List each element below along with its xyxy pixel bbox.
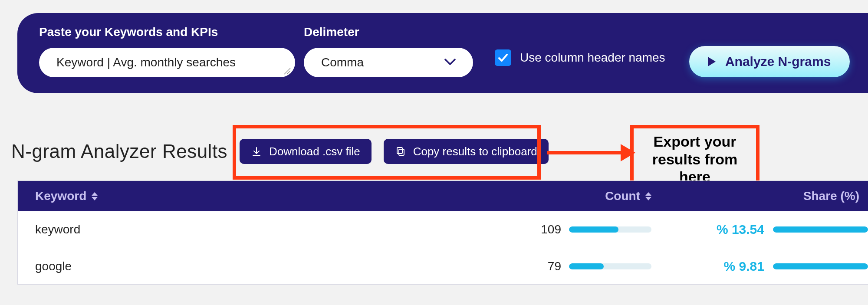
use-header-checkbox[interactable] — [495, 49, 511, 66]
use-header-label: Use column header names — [520, 51, 665, 65]
cell-keyword: keyword — [18, 223, 508, 236]
cell-share-pct: % 13.54 — [669, 222, 773, 237]
sort-icon — [645, 192, 651, 200]
keywords-column: Paste your Keywords and KPIs Keyword | A… — [39, 25, 295, 77]
table-row: google79% 9.81 — [18, 248, 868, 284]
analyze-button[interactable]: Analyze N-grams — [689, 46, 850, 77]
analyze-button-label: Analyze N-grams — [725, 54, 831, 69]
cell-keyword: google — [18, 259, 508, 273]
resize-handle-icon[interactable] — [283, 67, 291, 75]
keywords-input[interactable]: Keyword | Avg. monthly searches — [39, 48, 295, 77]
cell-count-bar — [569, 263, 669, 269]
annotation-arrow-icon — [547, 151, 634, 154]
col-header-count-label: Count — [605, 189, 640, 203]
play-icon — [708, 57, 716, 66]
input-panel: Paste your Keywords and KPIs Keyword | A… — [17, 13, 868, 93]
cell-share-bar — [773, 226, 868, 233]
delimeter-select[interactable]: Comma — [304, 48, 473, 77]
keywords-label: Paste your Keywords and KPIs — [39, 25, 295, 39]
cell-count-bar — [569, 226, 669, 233]
table-header-row: Keyword Count Share (%) — [18, 181, 868, 211]
col-header-keyword-label: Keyword — [35, 189, 86, 203]
sort-icon — [92, 192, 98, 200]
cell-count: 79 — [508, 259, 569, 273]
cell-count: 109 — [508, 223, 569, 236]
annotation-highlight-box — [233, 125, 541, 180]
col-header-share[interactable]: Share (%) — [669, 189, 868, 203]
cell-share-bar — [773, 263, 868, 269]
col-header-count[interactable]: Count — [508, 189, 669, 203]
keywords-input-value: Keyword | Avg. monthly searches — [56, 56, 236, 69]
cell-share-pct: % 9.81 — [669, 259, 773, 274]
table-row: keyword109% 13.54 — [18, 211, 868, 248]
col-header-keyword[interactable]: Keyword — [18, 189, 508, 203]
annotation-text: Export your results from here — [638, 133, 752, 186]
header-checkbox-row: Use column header names — [495, 49, 665, 66]
col-header-share-label: Share (%) — [803, 189, 859, 203]
delimeter-value: Comma — [321, 56, 364, 69]
delimeter-label: Delimeter — [304, 25, 475, 39]
results-table: Keyword Count Share (%) keyword109% 13.5… — [17, 180, 868, 285]
chevron-down-icon — [444, 57, 456, 68]
results-title: N-gram Analyzer Results — [11, 141, 227, 162]
delimeter-column: Delimeter Comma — [304, 25, 475, 77]
